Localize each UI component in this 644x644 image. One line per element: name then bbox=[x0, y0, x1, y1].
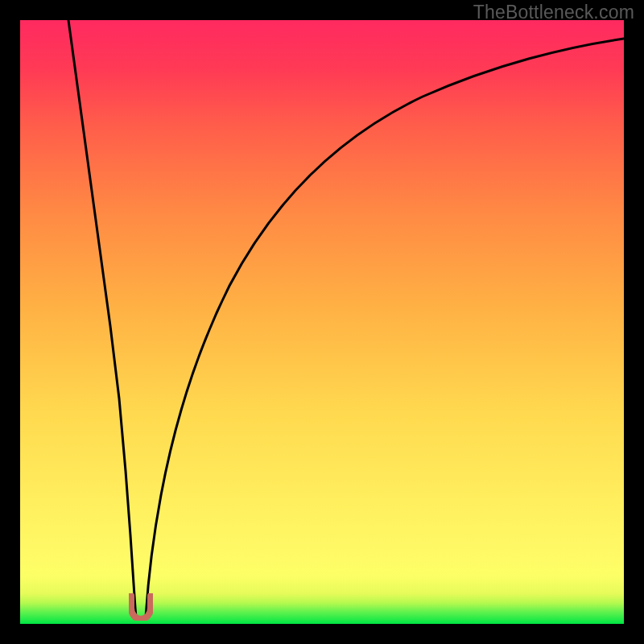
curve-left-branch bbox=[68, 20, 136, 617]
watermark-text: TheBottleneck.com bbox=[473, 2, 634, 23]
bottleneck-curve bbox=[20, 20, 624, 624]
curve-right-branch bbox=[146, 39, 624, 617]
outer-frame: TheBottleneck.com bbox=[0, 0, 644, 644]
plot-area bbox=[20, 20, 624, 624]
